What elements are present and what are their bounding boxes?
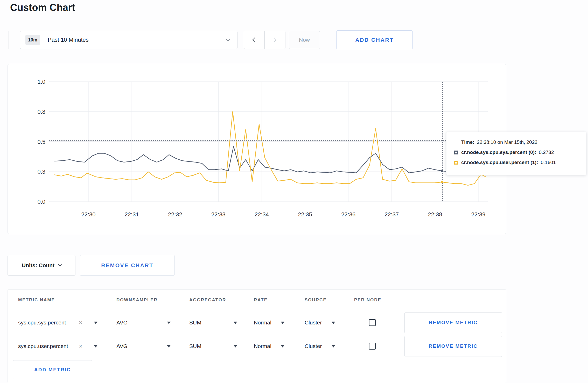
chart-card: 0.00.30.50.81.022:3022:3122:3222:3322:34… (8, 64, 506, 234)
caret-down-icon (332, 322, 335, 324)
time-range-label: Past 10 Minutes (48, 37, 89, 43)
user-series-swatch-icon (454, 161, 458, 165)
time-nav-group (244, 31, 285, 49)
sys-series-value: 0.2732 (539, 150, 554, 155)
chevron-left-icon (252, 37, 257, 42)
now-button[interactable]: Now (289, 31, 320, 49)
clear-metric-icon[interactable]: × (79, 320, 82, 326)
x-tick-label: 22:38 (428, 211, 442, 218)
metric-row: sys.cpu.sys.percent × AVG SUM Normal Clu… (8, 311, 506, 334)
per-node-checkbox[interactable] (369, 319, 376, 326)
custom-chart-page: Custom Chart 10m Past 10 Minutes Now ADD… (0, 0, 588, 383)
source-select[interactable]: Cluster (305, 311, 354, 334)
caret-down-icon (234, 322, 237, 324)
toolbar-divider (9, 31, 9, 49)
rate-select[interactable]: Normal (254, 311, 305, 334)
caret-down-icon (167, 345, 171, 347)
source-value: Cluster (305, 343, 322, 349)
downsampler-select[interactable]: AVG (116, 311, 189, 334)
clear-metric-icon[interactable]: × (79, 343, 82, 349)
cr.node.sys.cpu.sys.percent-line (55, 146, 486, 173)
cr.node.sys.cpu.user.percent-line (55, 112, 486, 185)
x-tick-label: 22:36 (341, 211, 355, 218)
time-range-dropdown[interactable]: 10m Past 10 Minutes (20, 31, 237, 49)
x-tick-label: 22:39 (471, 211, 485, 218)
add-chart-button[interactable]: ADD CHART (336, 30, 413, 49)
chart-tooltip: Time: 22:38:10 on Mar 15th, 2022 cr.node… (446, 132, 586, 175)
aggregator-select[interactable]: SUM (189, 335, 254, 357)
y-tick-label: 0.3 (37, 168, 45, 175)
source-select[interactable]: Cluster (305, 335, 354, 357)
tooltip-time-value: 22:38:10 on Mar 15th, 2022 (477, 139, 537, 145)
remove-chart-button[interactable]: REMOVE CHART (80, 255, 175, 276)
caret-down-icon (332, 345, 335, 347)
metric-name-select[interactable]: sys.cpu.user.percent × (18, 335, 116, 357)
time-range-badge: 10m (25, 35, 40, 45)
header-per-node: PER NODE (354, 297, 404, 303)
units-dropdown[interactable]: Units: Count (8, 255, 75, 276)
source-value: Cluster (305, 320, 322, 326)
per-node-cell (354, 335, 404, 357)
y-tick-label: 0.0 (37, 198, 45, 205)
y-tick-label: 1.0 (37, 79, 45, 85)
header-source: SOURCE (305, 297, 354, 303)
x-tick-label: 22:30 (81, 211, 95, 218)
downsampler-value: AVG (116, 320, 128, 326)
tooltip-time-row: Time: 22:38:10 on Mar 15th, 2022 (454, 139, 580, 145)
aggregator-select[interactable]: SUM (189, 311, 254, 334)
header-metric-name: METRIC NAME (18, 297, 116, 303)
cr.node.sys.cpu.user.percent-hover-dot (441, 181, 443, 183)
chevron-right-icon (271, 37, 277, 42)
downsampler-select[interactable]: AVG (116, 335, 189, 357)
chevron-down-icon (58, 263, 62, 266)
caret-down-icon (281, 322, 284, 324)
user-series-value: 0.1601 (541, 160, 556, 165)
rate-value: Normal (254, 320, 271, 326)
units-label: Units: Count (22, 262, 54, 268)
aggregator-value: SUM (189, 343, 201, 349)
user-series-label: cr.node.sys.cpu.user.percent (1): (461, 160, 538, 165)
remove-metric-button[interactable]: REMOVE METRIC (404, 312, 502, 333)
x-tick-label: 22:34 (255, 211, 269, 218)
next-time-button[interactable] (265, 31, 285, 49)
downsampler-value: AVG (116, 343, 128, 349)
add-metric-button[interactable]: ADD METRIC (13, 360, 92, 379)
header-downsampler: DOWNSAMPLER (116, 297, 189, 303)
tooltip-time-label: Time: (461, 139, 474, 145)
sys-series-swatch-icon (454, 151, 458, 154)
sys-series-label: cr.node.sys.cpu.sys.percent (0): (461, 150, 536, 155)
x-tick-label: 22:32 (168, 211, 182, 218)
metric-name-value: sys.cpu.sys.percent (18, 320, 66, 326)
tooltip-user-series-row: cr.node.sys.cpu.user.percent (1): 0.1601 (454, 160, 580, 165)
header-aggregator: AGGREGATOR (189, 297, 254, 303)
caret-down-icon (234, 345, 237, 347)
page-title: Custom Chart (10, 2, 75, 13)
actions-cell: REMOVE METRIC (404, 311, 502, 334)
y-tick-label: 0.8 (37, 109, 45, 115)
rate-select[interactable]: Normal (254, 335, 305, 357)
per-node-checkbox[interactable] (369, 343, 376, 350)
caret-down-icon (94, 345, 97, 347)
per-node-cell (354, 311, 404, 334)
metric-name-value: sys.cpu.user.percent (18, 343, 68, 349)
x-tick-label: 22:31 (125, 211, 139, 218)
x-tick-label: 22:37 (384, 211, 399, 218)
remove-metric-button[interactable]: REMOVE METRIC (404, 336, 502, 357)
metrics-table: METRIC NAME DOWNSAMPLER AGGREGATOR RATE … (8, 289, 506, 383)
prev-time-button[interactable] (244, 31, 265, 49)
rate-value: Normal (254, 343, 271, 349)
y-tick-label: 0.5 (37, 139, 45, 145)
caret-down-icon (94, 322, 97, 324)
metrics-line-chart[interactable]: 0.00.30.50.81.022:3022:3122:3222:3322:34… (8, 64, 507, 235)
caret-down-icon (167, 322, 171, 324)
caret-down-icon (281, 345, 284, 347)
metric-name-select[interactable]: sys.cpu.sys.percent × (18, 311, 116, 334)
metrics-table-header: METRIC NAME DOWNSAMPLER AGGREGATOR RATE … (8, 295, 506, 305)
actions-cell: REMOVE METRIC (404, 335, 502, 357)
metric-row: sys.cpu.user.percent × AVG SUM Normal Cl… (8, 335, 506, 357)
x-tick-label: 22:33 (211, 211, 226, 218)
header-rate: RATE (254, 297, 305, 303)
chevron-down-icon (225, 37, 230, 41)
tooltip-sys-series-row: cr.node.sys.cpu.sys.percent (0): 0.2732 (454, 150, 580, 155)
aggregator-value: SUM (189, 320, 201, 326)
